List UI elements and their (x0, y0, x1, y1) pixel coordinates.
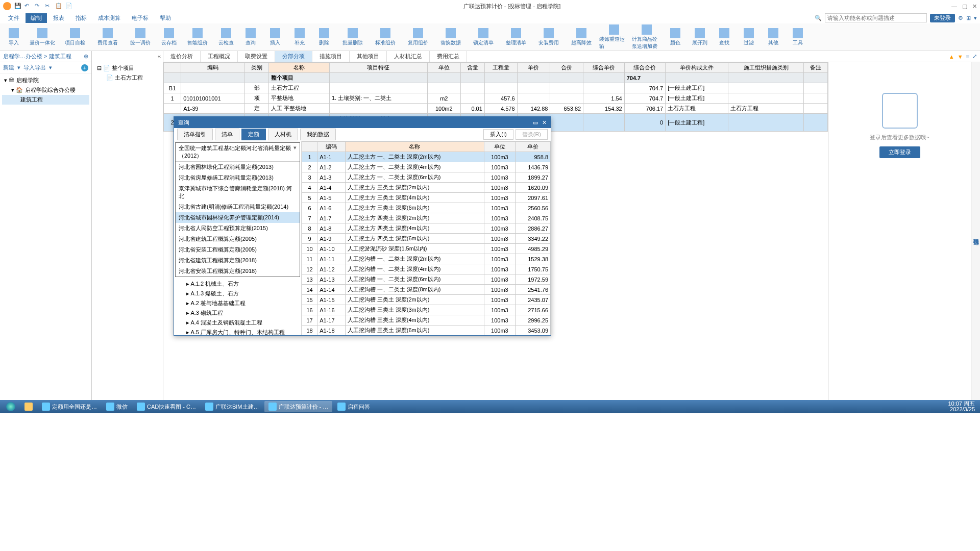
quota-grid[interactable]: 编码名称单位单价1A1-1人工挖土方 一、二类土 深度(2m以内)100m395… (302, 141, 551, 335)
tab-other[interactable]: 其他项目 (350, 51, 387, 62)
subtree-item[interactable]: ▸ A.1.3 爆破土、石方 (175, 289, 300, 298)
ribbon-10[interactable]: 补充 (289, 28, 310, 46)
menu-ebid[interactable]: 电子标 (127, 13, 154, 23)
dd-item[interactable]: 河北省园林绿化工程消耗量定额(2013) (176, 162, 300, 172)
import-export-button[interactable]: 导入导出 (23, 64, 46, 71)
quota-dropdown[interactable]: 全国统一建筑工程基础定额河北省消耗量定额（2012）▾ 河北省园林绿化工程消耗量… (175, 142, 300, 277)
tab-material[interactable]: 人材机汇总 (387, 51, 430, 62)
settings-icon[interactable]: ⚙ (958, 15, 963, 21)
quota-subtree[interactable]: ▸ A.1.2 机械土、石方▸ A.1.3 爆破土、石方▸ A.2 桩与地基基础… (174, 278, 301, 335)
tree-node-building[interactable]: ▾ 🏠 启程学院综合办公楼 (2, 85, 89, 95)
menu-report[interactable]: 报表 (48, 13, 69, 23)
ribbon-19[interactable]: 超高降效 (567, 28, 596, 46)
taskbar-item[interactable]: CAD快速看图 - C… (133, 401, 200, 412)
ribbon-4[interactable]: 统一调价 (126, 28, 155, 46)
new-button[interactable]: 新建 (3, 64, 14, 71)
query-close-icon[interactable]: ✕ (542, 119, 547, 126)
ribbon-3[interactable]: 费用查看 (93, 28, 122, 46)
tab-overview[interactable]: 工程概况 (201, 51, 238, 62)
ribbon-23[interactable]: 展开到 (689, 28, 710, 46)
ribbon-18[interactable]: 安装费用 (534, 28, 564, 46)
dd-item[interactable]: 河北省安装工程概算定额(2018) (176, 266, 300, 277)
tab-measures[interactable]: 措施项目 (312, 51, 350, 62)
menu-index[interactable]: 指标 (70, 13, 92, 23)
ribbon-7[interactable]: 云检查 (215, 28, 237, 46)
login-button[interactable]: 未登录 (930, 14, 955, 22)
ribbon-26[interactable]: 其他 (763, 28, 784, 46)
dd-item[interactable]: 河北省房屋修缮工程消耗量定额(2013) (176, 172, 300, 183)
insert-button[interactable]: 插入(I) (483, 129, 513, 140)
ribbon-16[interactable]: 锁定清单 (469, 28, 498, 46)
taskbar-clock[interactable]: 10:07 周五 2022/3/25 (948, 401, 978, 412)
taskbar-item[interactable]: 启程问答 (333, 401, 374, 412)
menu-cost[interactable]: 成本测算 (93, 13, 126, 23)
qtab-list[interactable]: 清单 (215, 129, 239, 140)
query-titlebar[interactable]: 查询 ▭ ✕ (174, 117, 551, 128)
ribbon-27[interactable]: 工具 (787, 28, 808, 46)
ribbon-22[interactable]: 颜色 (665, 28, 686, 46)
ribbon-15[interactable]: 替换数据 (436, 28, 465, 46)
ribbon-14[interactable]: 复用组价 (403, 28, 433, 46)
maximize-icon[interactable]: ▢ (962, 3, 967, 10)
ribbon-5[interactable]: 云存档 (158, 28, 180, 46)
ribbon-24[interactable]: 查找 (714, 28, 735, 46)
undo-icon[interactable]: ↶ (24, 3, 32, 10)
down-icon[interactable]: ▼ (958, 54, 963, 60)
ribbon-0[interactable]: 导入 (3, 28, 24, 46)
tab-fee-setting[interactable]: 取费设置 (238, 51, 275, 62)
close-icon[interactable]: ✕ (972, 3, 977, 10)
qtab-list-guide[interactable]: 清单指引 (177, 129, 213, 140)
taskbar-item[interactable]: 广联达BIM土建… (201, 401, 263, 412)
more-icon[interactable]: ▾ (974, 15, 977, 21)
ribbon-2[interactable]: 项目自检 (60, 28, 90, 46)
menu-help[interactable]: 帮助 (155, 13, 176, 23)
collapse-icon[interactable]: « (158, 53, 161, 63)
login-now-button[interactable]: 立即登录 (879, 146, 920, 158)
up-icon[interactable]: ▲ (949, 54, 954, 60)
tab-cost-analysis[interactable]: 造价分析 (163, 51, 201, 62)
tab-fee-summary[interactable]: 费用汇总 (430, 51, 467, 62)
tree-node-construction[interactable]: 建筑工程 (2, 95, 89, 105)
ribbon-9[interactable]: 插入 (264, 28, 286, 46)
ribbon-8[interactable]: 查询 (240, 28, 261, 46)
redo-icon[interactable]: ↷ (35, 3, 42, 10)
ribbon-11[interactable]: 删除 (313, 28, 335, 46)
dd-item[interactable]: 河北省安装工程概算定额(2005) (176, 244, 300, 255)
replace-button[interactable]: 替换(R) (516, 129, 548, 140)
qtab-material[interactable]: 人材机 (268, 129, 298, 140)
ribbon-6[interactable]: 智能组价 (183, 28, 212, 46)
section-earth[interactable]: 📄 土石方工程 (94, 73, 161, 83)
explorer-icon[interactable] (20, 401, 37, 412)
ribbon-20[interactable]: 装饰重道运输 (599, 24, 629, 50)
paste-icon[interactable]: 📄 (65, 3, 72, 10)
menu-edit[interactable]: 编制 (26, 13, 47, 23)
ribbon-1[interactable]: 量价一体化 (28, 28, 57, 46)
tab-items[interactable]: 分部分项 (275, 51, 312, 62)
cut-icon[interactable]: ✂ (45, 3, 52, 10)
dd-item[interactable]: 河北省城市园林绿化养护管理定额(2014) (176, 212, 300, 223)
dd-item[interactable]: 河北省建筑工程概算定额(2018) (176, 255, 300, 266)
close-bc-icon[interactable]: ⊗ (84, 53, 88, 60)
taskbar-item[interactable]: 微信 (102, 401, 132, 412)
ribbon-17[interactable]: 整理清单 (501, 28, 531, 46)
ribbon-13[interactable]: 标准组价 (371, 28, 400, 46)
tree-node-school[interactable]: ▾ 🏛 启程学院 (2, 76, 89, 85)
subtree-item[interactable]: ▸ A.1.2 机械土、石方 (175, 279, 300, 289)
subtree-item[interactable]: ▸ A.4 混凝土及钢筋混凝土工程 (175, 318, 300, 328)
dd-item[interactable]: 河北省人民防空工程预算定额(2015) (176, 223, 300, 234)
ribbon-12[interactable]: 批量删除 (338, 28, 368, 46)
taskbar-item[interactable]: 广联达预算计价 - … (264, 401, 333, 412)
add-button[interactable]: + (81, 64, 88, 71)
menu-file[interactable]: 文件 (3, 13, 24, 23)
subtree-item[interactable]: ▸ A.3 砌筑工程 (175, 308, 300, 318)
copy-icon[interactable]: 📋 (55, 3, 62, 10)
subtree-item[interactable]: ▸ A.2 桩与地基基础工程 (175, 298, 300, 308)
vertical-tab[interactable]: 项目特征选项 (971, 62, 980, 402)
ribbon-25[interactable]: 过滤 (738, 28, 760, 46)
dock-icon[interactable]: ▭ (533, 119, 538, 126)
search-input[interactable] (825, 13, 927, 22)
breadcrumb[interactable]: 启程学…办公楼 > 建筑工程 ⊗ (0, 51, 91, 62)
section-all[interactable]: ⊟ 📄 整个项目 (94, 63, 161, 73)
start-button[interactable] (2, 401, 19, 412)
subtree-item[interactable]: ▸ A.5 厂库房大门、特种门、木结构工程 (175, 328, 300, 335)
